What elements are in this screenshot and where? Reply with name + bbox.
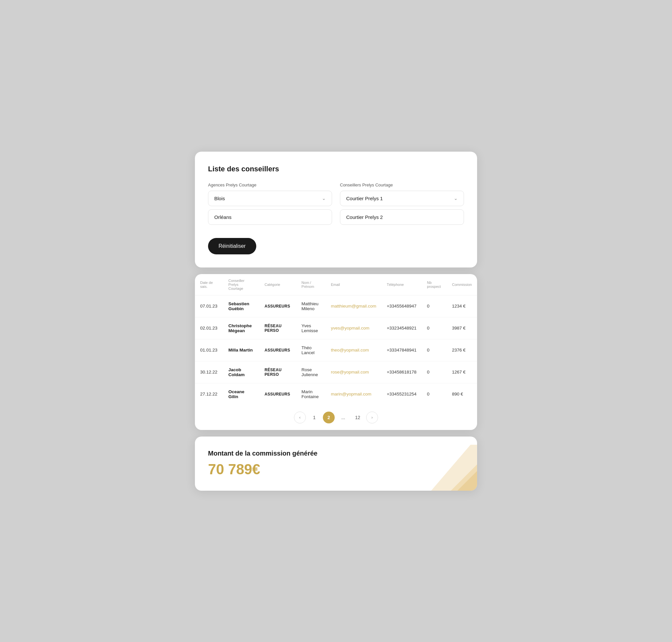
cell-categorie: ASSUREURS (259, 339, 296, 361)
cell-nb-prospect: 0 (422, 317, 447, 339)
filter-title: Liste des conseillers (208, 165, 464, 173)
cell-telephone: +33234548921 (382, 317, 422, 339)
pagination: ‹ 1 2 ... 12 › (195, 405, 477, 430)
cell-nb-prospect: 0 (422, 295, 447, 317)
commission-title: Montant de la commission générée (208, 450, 464, 457)
cell-categorie: RÉSEAU PERSO (259, 317, 296, 339)
table-card: Date de sais. Conseiller Prelys Courtage… (195, 274, 477, 430)
agency-col: Agences Prelys Courtage Blois ⌄ Orléans (208, 182, 332, 225)
filter-row: Agences Prelys Courtage Blois ⌄ Orléans … (208, 182, 464, 225)
reset-button[interactable]: Réinitialiser (208, 238, 256, 254)
cell-email[interactable]: yves@yopmail.com (325, 317, 381, 339)
filter-card: Liste des conseillers Agences Prelys Cou… (195, 152, 477, 268)
cell-telephone: +33455648947 (382, 295, 422, 317)
advisor-dropdown[interactable]: Courtier Prelys 1 ⌄ (340, 191, 464, 206)
col-date: Date de sais. (195, 274, 223, 295)
advisor-label: Conseillers Prelys Courtage (340, 182, 464, 188)
table-row[interactable]: 01.01.23 Milla Martin ASSUREURS Théo Lan… (195, 339, 477, 361)
cell-email[interactable]: matthieum@gmail.com (325, 295, 381, 317)
agency-dropdown[interactable]: Blois ⌄ (208, 191, 332, 206)
cell-commission: 2376 € (447, 339, 477, 361)
table-body: 07.01.23 Sebastien Guébin ASSUREURS Matt… (195, 295, 477, 405)
cell-date: 02.01.23 (195, 317, 223, 339)
cell-email[interactable]: rose@yopmail.com (325, 361, 381, 383)
table-row[interactable]: 30.12.22 Jacob Coldam RÉSEAU PERSO Rose … (195, 361, 477, 383)
col-categorie: Catégorie (259, 274, 296, 295)
chevron-down-icon-2: ⌄ (454, 196, 458, 201)
cell-categorie: ASSUREURS (259, 383, 296, 405)
col-telephone: Téléphone (382, 274, 422, 295)
cell-nom: Matthieu Mileno (296, 295, 326, 317)
page-12-button[interactable]: 12 (352, 412, 364, 423)
table-row[interactable]: 27.12.22 Oceane Gilin ASSUREURS Marin Fo… (195, 383, 477, 405)
advisor-col: Conseillers Prelys Courtage Courtier Pre… (340, 182, 464, 225)
cell-nb-prospect: 0 (422, 361, 447, 383)
advisors-table: Date de sais. Conseiller Prelys Courtage… (195, 274, 477, 405)
table-row[interactable]: 07.01.23 Sebastien Guébin ASSUREURS Matt… (195, 295, 477, 317)
col-nb-prospect: Nb prospect (422, 274, 447, 295)
col-email: Email (325, 274, 381, 295)
cell-commission: 3987 € (447, 317, 477, 339)
cell-conseiller: Christophe Mégean (223, 317, 259, 339)
cell-nb-prospect: 0 (422, 339, 447, 361)
cell-date: 01.01.23 (195, 339, 223, 361)
col-nom: Nom / Prénom (296, 274, 326, 295)
cell-telephone: +33455231254 (382, 383, 422, 405)
advisor-option2-item[interactable]: Courtier Prelys 2 (340, 209, 464, 225)
page-ellipsis: ... (337, 412, 349, 423)
cell-telephone: +33458618178 (382, 361, 422, 383)
next-page-button[interactable]: › (366, 412, 378, 423)
cell-nom: Yves Lemisse (296, 317, 326, 339)
table-row[interactable]: 02.01.23 Christophe Mégean RÉSEAU PERSO … (195, 317, 477, 339)
cell-nom: Théo Lancel (296, 339, 326, 361)
agency-label: Agences Prelys Courtage (208, 182, 332, 188)
page-1-button[interactable]: 1 (308, 412, 320, 423)
col-commission: Commission (447, 274, 477, 295)
cell-categorie: ASSUREURS (259, 295, 296, 317)
cell-categorie: RÉSEAU PERSO (259, 361, 296, 383)
cell-commission: 1267 € (447, 361, 477, 383)
cell-nom: Marin Fontaine (296, 383, 326, 405)
cell-date: 07.01.23 (195, 295, 223, 317)
cell-date: 27.12.22 (195, 383, 223, 405)
cell-telephone: +33347848941 (382, 339, 422, 361)
cell-conseiller: Sebastien Guébin (223, 295, 259, 317)
advisor-option1: Courtier Prelys 1 (346, 196, 383, 201)
cell-nb-prospect: 0 (422, 383, 447, 405)
cell-nom: Rose Julienne (296, 361, 326, 383)
col-conseiller: Conseiller Prelys Courtage (223, 274, 259, 295)
cell-conseiller: Jacob Coldam (223, 361, 259, 383)
cell-date: 30.12.22 (195, 361, 223, 383)
cell-commission: 1234 € (447, 295, 477, 317)
commission-value: 70 789€ (208, 461, 464, 477)
page-2-button[interactable]: 2 (323, 412, 335, 423)
agency-selected-value: Blois (214, 196, 225, 201)
table-header: Date de sais. Conseiller Prelys Courtage… (195, 274, 477, 295)
agency-second-item[interactable]: Orléans (208, 209, 332, 225)
chevron-down-icon: ⌄ (322, 196, 326, 201)
cell-email[interactable]: theo@yopmail.com (325, 339, 381, 361)
cell-conseiller: Milla Martin (223, 339, 259, 361)
prev-page-button[interactable]: ‹ (294, 412, 306, 423)
commission-card: Montant de la commission générée 70 789€ (195, 437, 477, 491)
cell-email[interactable]: marin@yopmail.com (325, 383, 381, 405)
cell-commission: 890 € (447, 383, 477, 405)
cell-conseiller: Oceane Gilin (223, 383, 259, 405)
